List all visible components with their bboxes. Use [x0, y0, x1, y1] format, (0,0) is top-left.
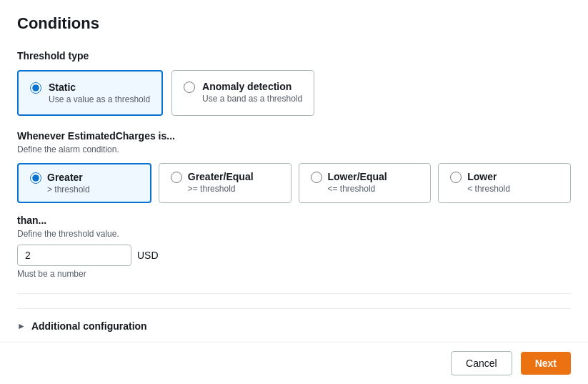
threshold-value-input[interactable]: [17, 245, 131, 266]
next-button[interactable]: Next: [521, 352, 571, 375]
threshold-static-option[interactable]: Static Use a value as a threshold: [17, 70, 163, 116]
condition-lower-content: Lower < threshold: [467, 171, 510, 194]
threshold-input-row: USD: [17, 245, 571, 266]
threshold-anomaly-desc: Use a band as a threshold: [202, 94, 302, 104]
condition-greater-content: Greater > threshold: [47, 172, 90, 195]
threshold-value-title: than...: [17, 215, 571, 226]
condition-lower-sub: < threshold: [467, 184, 510, 194]
condition-greater-equal-option[interactable]: Greater/Equal >= threshold: [159, 163, 291, 203]
condition-lower-equal-option[interactable]: Lower/Equal <= threshold: [299, 163, 432, 203]
condition-greater-equal-sub: >= threshold: [188, 184, 254, 194]
validation-message: Must be a number: [17, 269, 571, 279]
condition-greater-sub: > threshold: [47, 184, 90, 195]
threshold-static-content: Static Use a value as a threshold: [49, 82, 150, 104]
section-divider: [17, 293, 571, 294]
threshold-anomaly-content: Anomaly detection Use a band as a thresh…: [202, 81, 302, 104]
condition-lower-equal-radio[interactable]: [311, 172, 322, 183]
condition-lower-equal-content: Lower/Equal <= threshold: [328, 171, 387, 194]
cancel-button[interactable]: Cancel: [451, 351, 512, 375]
condition-lower-option[interactable]: Lower < threshold: [438, 163, 571, 203]
condition-greater-equal-radio[interactable]: [171, 172, 182, 183]
threshold-static-desc: Use a value as a threshold: [49, 94, 150, 104]
threshold-value-desc: Define the threshold value.: [17, 229, 571, 239]
threshold-static-radio[interactable]: [30, 82, 41, 94]
threshold-anomaly-radio[interactable]: [184, 82, 195, 93]
condition-greater-label: Greater: [47, 172, 90, 183]
condition-description: Define the alarm condition.: [17, 144, 571, 154]
threshold-type-section: Threshold type Static Use a value as a t…: [17, 50, 571, 116]
condition-options: Greater > threshold Greater/Equal >= thr…: [17, 163, 571, 203]
currency-label: USD: [137, 250, 159, 261]
threshold-anomaly-title: Anomaly detection: [202, 81, 302, 92]
condition-lower-radio[interactable]: [450, 172, 462, 183]
condition-lower-equal-sub: <= threshold: [328, 184, 387, 194]
additional-config-section: ► Additional configuration: [17, 308, 571, 332]
condition-greater-equal-content: Greater/Equal >= threshold: [188, 171, 254, 194]
condition-lower-equal-label: Lower/Equal: [328, 171, 387, 182]
threshold-type-options: Static Use a value as a threshold Anomal…: [17, 70, 571, 116]
footer: Cancel Next: [0, 342, 588, 384]
condition-greater-radio[interactable]: [30, 172, 41, 184]
condition-section: Whenever EstimatedCharges is... Define t…: [17, 130, 571, 203]
page-title: Conditions: [17, 14, 571, 33]
condition-greater-equal-label: Greater/Equal: [188, 171, 254, 182]
threshold-type-label: Threshold type: [17, 50, 571, 61]
condition-lower-label: Lower: [467, 171, 510, 182]
additional-config-title: Additional configuration: [31, 320, 147, 332]
threshold-value-section: than... Define the threshold value. USD …: [17, 215, 571, 279]
condition-title: Whenever EstimatedCharges is...: [17, 130, 571, 142]
threshold-static-title: Static: [49, 82, 150, 93]
condition-greater-option[interactable]: Greater > threshold: [17, 163, 151, 203]
chevron-right-icon: ►: [17, 321, 26, 331]
main-content: Conditions Threshold type Static Use a v…: [0, 0, 588, 342]
threshold-anomaly-option[interactable]: Anomaly detection Use a band as a thresh…: [171, 70, 314, 116]
additional-config-toggle[interactable]: ► Additional configuration: [17, 320, 571, 332]
